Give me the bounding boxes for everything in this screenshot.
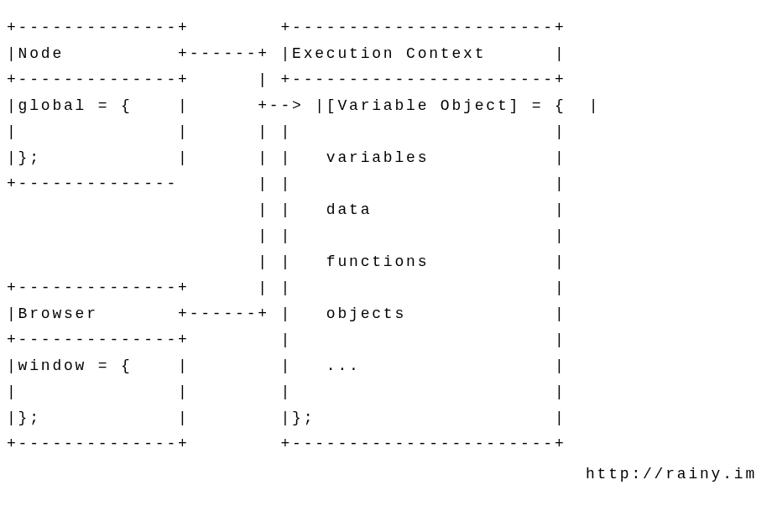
ascii-diagram: +--------------+ +----------------------…	[0, 0, 777, 464]
attribution-link: http://rainy.im	[0, 464, 777, 493]
